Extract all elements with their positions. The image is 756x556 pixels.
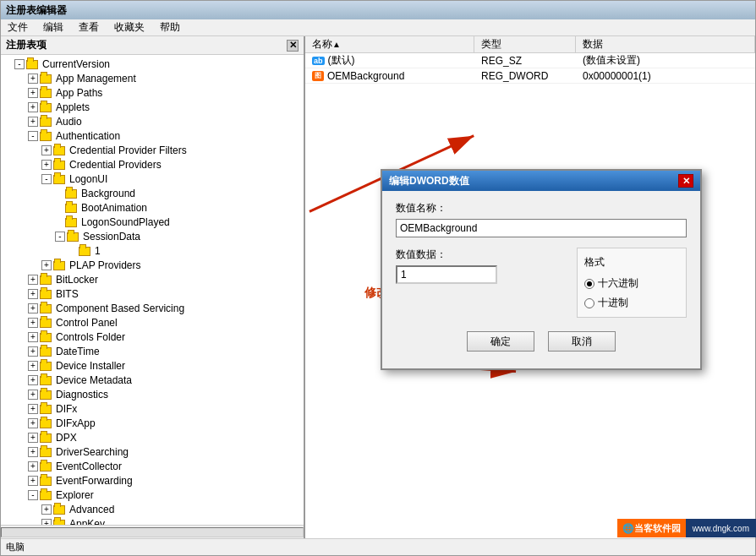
title-bar: 注册表编辑器	[1, 1, 755, 19]
tree-item-eventcollector[interactable]: + EventCollector	[1, 459, 304, 473]
toggle-eventcollector[interactable]: +	[28, 461, 38, 472]
toggle-explorer[interactable]: -	[28, 490, 38, 500]
panel-close-button[interactable]: ✕	[287, 40, 299, 52]
toggle-controlsfolder[interactable]: +	[28, 332, 38, 342]
horizontal-scrollbar[interactable]	[1, 527, 304, 537]
toggle-logonui[interactable]: -	[41, 174, 52, 184]
tree-label-credprovfilters: Credential Provider Filters	[69, 144, 187, 156]
dialog-title-bar: 编辑DWORD数值 ✕	[382, 171, 700, 191]
toggle-audio[interactable]: +	[28, 117, 38, 127]
folder-icon-bits	[40, 288, 53, 300]
tree-item-appkey[interactable]: + AppKey	[1, 516, 304, 525]
tree-label-componentbased: Component Based Servicing	[56, 303, 184, 314]
toggle-appmanagement[interactable]: +	[28, 74, 38, 84]
toggle-componentbased[interactable]: +	[28, 303, 38, 313]
tree-item-credproviders[interactable]: + Credential Providers	[1, 157, 304, 172]
toggle-bitlocker[interactable]: +	[28, 275, 38, 285]
toggle-plapproviders[interactable]: +	[41, 260, 52, 270]
toggle-apppaths[interactable]: +	[28, 88, 38, 98]
toggle-sessiondata[interactable]: -	[55, 232, 65, 242]
dialog-close-button[interactable]: ✕	[678, 174, 693, 188]
toggle-bits[interactable]: +	[28, 289, 38, 299]
tree-item-credprovfilters[interactable]: + Credential Provider Filters	[1, 143, 304, 157]
tree-item-logonsound[interactable]: LogonSoundPlayed	[1, 215, 304, 229]
tree-item-advanced[interactable]: + Advanced	[1, 502, 304, 516]
tree-item-logonui[interactable]: - LogonUI	[1, 172, 304, 186]
tree-item-currentversion[interactable]: - CurrentVersion	[1, 57, 304, 71]
tree-container[interactable]: - CurrentVersion + App Management + App …	[1, 55, 304, 525]
tree-item-eventforwarding[interactable]: + EventForwarding	[1, 473, 304, 488]
tree-item-applets[interactable]: + Applets	[1, 100, 304, 114]
toggle-eventforwarding[interactable]: +	[28, 476, 38, 486]
radio-dec-circle[interactable]	[584, 298, 594, 308]
tree-item-audio[interactable]: + Audio	[1, 114, 304, 128]
toggle-deviceinstaller[interactable]: +	[28, 361, 38, 371]
dialog-format-label: 格式	[584, 255, 679, 270]
tree-item-difx[interactable]: + DIFx	[1, 401, 304, 416]
tree-item-datetime[interactable]: + DateTime	[1, 344, 304, 358]
toggle-dpx[interactable]: +	[28, 433, 38, 443]
tree-item-apppaths[interactable]: + App Paths	[1, 85, 304, 100]
watermark-logo-text: 🌐	[622, 523, 634, 534]
toggle-devicemetadata[interactable]: +	[28, 375, 38, 385]
tree-item-bitlocker[interactable]: + BitLocker	[1, 272, 304, 286]
folder-icon-datetime	[40, 346, 53, 357]
tree-item-dpx[interactable]: + DPX	[1, 430, 304, 444]
menu-view[interactable]: 查看	[75, 19, 102, 36]
dialog-value-name-input[interactable]	[396, 219, 687, 237]
menu-help[interactable]: 帮助	[156, 19, 184, 36]
menu-file[interactable]: 文件	[4, 19, 31, 36]
tree-item-appmanagement[interactable]: + App Management	[1, 71, 304, 85]
tree-item-plapproviders[interactable]: + PLAP Providers	[1, 258, 304, 272]
tree-item-devicemetadata[interactable]: + Device Metadata	[1, 373, 304, 387]
toggle-driversearching[interactable]: +	[28, 447, 38, 457]
dialog-ok-button[interactable]: 确定	[467, 331, 534, 352]
left-panel-bottom-bar	[1, 525, 304, 538]
col-header-name[interactable]: 名称	[305, 36, 474, 52]
dialog-value-data-input[interactable]	[396, 265, 497, 284]
toggle-credproviders[interactable]: +	[41, 160, 52, 170]
toggle-difxapp[interactable]: +	[28, 418, 38, 428]
tree-item-sessiondata[interactable]: - SessionData	[1, 229, 304, 243]
tree-item-deviceinstaller[interactable]: + Device Installer	[1, 358, 304, 373]
tree-item-controlpanel[interactable]: + Control Panel	[1, 315, 304, 330]
dialog-cancel-button[interactable]: 取消	[548, 331, 616, 352]
tree-item-bits[interactable]: + BITS	[1, 286, 304, 301]
toggle-authentication[interactable]: -	[28, 131, 38, 141]
radio-hex-item[interactable]: 十六进制	[584, 276, 679, 291]
tree-item-driversearching[interactable]: + DriverSearching	[1, 444, 304, 459]
tree-item-diagnostics[interactable]: + Diagnostics	[1, 387, 304, 401]
tree-item-difxapp[interactable]: + DIFxApp	[1, 416, 304, 430]
toggle-currentversion[interactable]: -	[14, 59, 25, 69]
tree-item-authentication[interactable]: - Authentication	[1, 128, 304, 143]
toggle-applets[interactable]: +	[28, 102, 38, 112]
folder-icon-apppaths	[40, 87, 53, 99]
tree-item-bootanimation[interactable]: BootAnimation	[1, 200, 304, 215]
folder-icon-audio	[40, 116, 53, 128]
menu-favorites[interactable]: 收藏夹	[111, 19, 148, 36]
tree-item-1[interactable]: 1	[1, 243, 304, 258]
tree-item-explorer[interactable]: - Explorer	[1, 488, 304, 502]
registry-row-default[interactable]: ab (默认) REG_SZ (数值未设置)	[305, 53, 755, 68]
toggle-advanced[interactable]: +	[41, 504, 52, 515]
col-data-label: 数据	[583, 37, 603, 52]
reg-cell-name-oembg: 图 OEMBackground	[305, 69, 474, 83]
ab-icon-default: ab	[312, 57, 325, 65]
toggle-datetime[interactable]: +	[28, 346, 38, 357]
registry-row-oembg[interactable]: 图 OEMBackground REG_DWORD 0x00000001(1)	[305, 68, 755, 84]
tree-item-componentbased[interactable]: + Component Based Servicing	[1, 301, 304, 315]
tree-label-devicemetadata: Device Metadata	[56, 374, 132, 386]
toggle-diagnostics[interactable]: +	[28, 390, 38, 400]
radio-hex-circle[interactable]	[584, 279, 594, 289]
toggle-appkey[interactable]: +	[41, 519, 52, 526]
menu-edit[interactable]: 编辑	[40, 19, 67, 36]
col-header-type[interactable]: 类型	[474, 36, 576, 52]
radio-dec-item[interactable]: 十进制	[584, 296, 679, 310]
toggle-difx[interactable]: +	[28, 404, 38, 414]
tree-item-background[interactable]: Background	[1, 186, 304, 200]
toggle-credprovfilters[interactable]: +	[41, 145, 52, 155]
toggle-controlpanel[interactable]: +	[28, 318, 38, 328]
tree-label-dpx: DPX	[56, 432, 77, 444]
tree-item-controlsfolder[interactable]: + Controls Folder	[1, 330, 304, 344]
col-header-data[interactable]: 数据	[576, 36, 755, 52]
